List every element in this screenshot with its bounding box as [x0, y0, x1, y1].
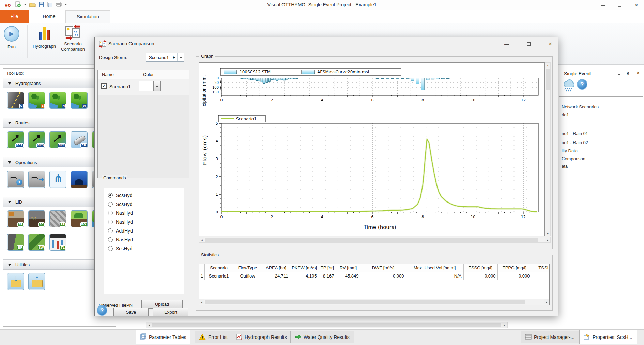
new-file-dropdown-icon[interactable]	[24, 4, 27, 5]
tool-icon-s[interactable]: S	[28, 92, 45, 109]
column-header[interactable]: Max. Used Vol [ha.m]	[406, 264, 463, 272]
copy-page-icon[interactable]	[47, 2, 53, 7]
dialog-title-bar[interactable]: Scenario Comparison — ✕	[95, 37, 558, 50]
new-file-icon[interactable]	[15, 1, 21, 7]
tool-icon-pp[interactable]: PP	[49, 210, 66, 227]
tab-hydrograph-results[interactable]: Hydrograph Results	[232, 331, 291, 343]
graph-v-scrollbar[interactable]: ▴ ▾	[545, 62, 551, 236]
dialog-help-icon[interactable]: ?	[97, 305, 107, 316]
column-header[interactable]: TPPC [mg/l]	[497, 264, 532, 272]
scenario-color-dropdown-icon[interactable]	[153, 81, 161, 91]
upload-button[interactable]: Upload	[141, 300, 183, 309]
dialog-maximize-button[interactable]	[521, 39, 536, 49]
graph-h-scrollbar[interactable]: ◂ ▸	[199, 237, 551, 243]
design-storm-dropdown[interactable]: Scenario1 - F	[146, 53, 184, 62]
command-radio-nashyd-5[interactable]: NasHyd	[104, 235, 184, 244]
dialog-minimize-button[interactable]: —	[500, 39, 514, 49]
column-header[interactable]: RV [mm]	[336, 264, 361, 272]
column-header[interactable]: Scenario	[204, 264, 233, 272]
tool-icon-rp[interactable]: RP	[71, 131, 88, 148]
column-header[interactable]: TSSC [mg/l]	[463, 264, 497, 272]
scroll-left-icon[interactable]: ◂	[199, 299, 204, 304]
tab-project-manager-[interactable]: Project Manager-...	[521, 331, 579, 343]
tool-icon-br[interactable]: BR	[7, 234, 24, 251]
scroll-right-icon[interactable]: ▸	[502, 322, 507, 328]
command-radio-nashyd-2[interactable]: NasHyd	[104, 209, 184, 217]
tool-icon[interactable]	[28, 171, 45, 188]
window-minimize-button[interactable]: —	[597, 1, 609, 9]
scenario-comparison-button[interactable]: Scenario Comparison	[57, 24, 89, 52]
print-icon[interactable]	[56, 2, 62, 7]
pin-icon[interactable]: ʀ	[627, 70, 629, 76]
column-header[interactable]: AREA [ha]	[262, 264, 290, 272]
tab-properties-scsh-[interactable]: Properties: ScsH...	[579, 330, 637, 344]
tool-icon[interactable]	[7, 273, 24, 290]
scroll-left-icon[interactable]: ◂	[199, 237, 204, 242]
tool-icon[interactable]	[7, 171, 24, 188]
save-button[interactable]: Save	[113, 308, 149, 316]
scenario-name: Scenario1	[109, 84, 131, 89]
scenario-checkbox[interactable]: ✓	[101, 83, 107, 89]
open-folder-icon[interactable]	[29, 2, 36, 7]
radio-icon	[108, 237, 113, 242]
hydrograph-button[interactable]: Hydrograph	[30, 25, 59, 49]
panel-close-icon[interactable]: ✕	[636, 70, 640, 76]
window-restore-button[interactable]	[613, 1, 626, 9]
tree-item[interactable]: rio1 - Rain 01	[562, 131, 588, 136]
scroll-left-icon[interactable]: ◂	[146, 322, 152, 328]
tab-water-quality-results[interactable]: Water Quality Results	[290, 331, 354, 343]
tool-icon-u[interactable]: U	[7, 92, 24, 109]
tree-item[interactable]: Comparison	[562, 156, 585, 161]
column-header[interactable]: TSSL [	[532, 264, 550, 272]
tool-icon-rg[interactable]: RG	[71, 210, 88, 227]
window-close-button[interactable]: ✕	[630, 1, 643, 9]
tab-home[interactable]: Home	[33, 10, 65, 22]
panel-help-icon[interactable]: ?	[577, 79, 587, 90]
tab-error-list[interactable]: Error List	[195, 331, 232, 343]
tree-item[interactable]: ata	[562, 164, 568, 169]
command-radio-addhyd-4[interactable]: AddHyd	[104, 226, 184, 235]
tool-icon-sw[interactable]: SW	[28, 234, 45, 251]
tool-icon-rc3[interactable]: RC3	[28, 131, 45, 148]
statistics-h-scrollbar[interactable]: ◂ ▸	[199, 299, 549, 305]
tool-icon-rc2[interactable]: RC2	[49, 131, 66, 148]
tool-icon[interactable]	[71, 171, 88, 188]
tree-item[interactable]: rio1 - Rain 02	[562, 140, 588, 145]
tab-file[interactable]: File	[0, 10, 29, 22]
column-header[interactable]: FlowType	[233, 264, 262, 272]
tool-icon-rc1[interactable]: RC1	[7, 131, 24, 148]
tool-icon[interactable]	[49, 171, 66, 188]
scroll-up-icon[interactable]: ▴	[545, 63, 550, 68]
table-row[interactable]: 1Scenario1Outflow24.7114.1058.16745.8490…	[199, 272, 550, 280]
column-header[interactable]: TP [hr]	[319, 264, 336, 272]
tool-icon-n[interactable]: N	[49, 92, 66, 109]
tool-icon-sp[interactable]: SP	[7, 210, 24, 227]
tree-item[interactable]: lity Data	[562, 148, 578, 153]
tab-simulation[interactable]: Simulation	[65, 10, 110, 22]
tool-icon-fl[interactable]: FL	[49, 234, 66, 251]
dialog-close-button[interactable]: ✕	[543, 39, 557, 49]
export-button[interactable]: Export	[153, 308, 188, 316]
panel-dropdown-icon[interactable]	[618, 74, 620, 75]
command-radio-scshyd-6[interactable]: ScsHyd	[104, 244, 184, 253]
scenario-color-swatch[interactable]	[139, 81, 153, 91]
tool-icon-sc[interactable]: SC	[28, 210, 45, 227]
command-radio-nashyd-3[interactable]: NasHyd	[104, 217, 184, 226]
tree-item[interactable]: Network Scenarios	[562, 104, 599, 109]
scroll-down-icon[interactable]: ▾	[545, 231, 550, 236]
scroll-right-icon[interactable]: ▸	[544, 299, 549, 304]
tree-item[interactable]: rio1	[562, 112, 569, 117]
command-radio-scshyd-1[interactable]: ScsHyd	[104, 200, 184, 209]
tool-icon-w[interactable]: W	[71, 92, 88, 109]
qat-more-icon[interactable]	[64, 4, 67, 5]
run-button[interactable]: ▶ Run	[3, 26, 20, 49]
tab-parameter-tables[interactable]: Parameter Tables	[136, 330, 190, 344]
scroll-right-icon[interactable]: ▸	[545, 237, 550, 242]
column-header[interactable]: PKFW [m³/s]	[290, 264, 319, 272]
command-radio-scshyd-0[interactable]: ScsHyd	[104, 191, 184, 200]
tool-icon[interactable]	[28, 273, 45, 290]
canvas-h-scrollbar[interactable]: ◂ ▸	[146, 322, 508, 328]
column-header[interactable]: DWF [m³/s]	[361, 264, 406, 272]
scenario-row[interactable]: ✓ Scenario1	[98, 79, 189, 95]
save-icon[interactable]	[39, 2, 44, 7]
